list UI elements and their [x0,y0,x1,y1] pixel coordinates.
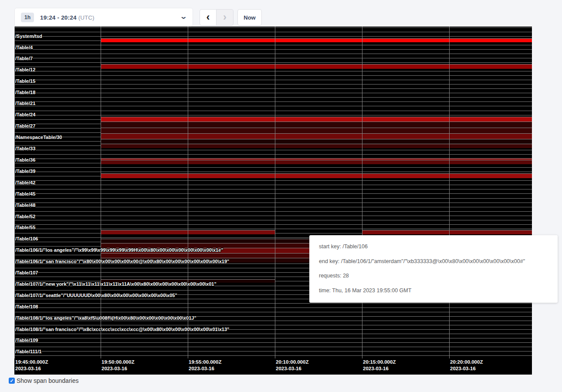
heatmap-canvas[interactable]: /System/tsd/Table/4/Table/7/Table/12/Tab… [14,27,532,375]
heat-band[interactable] [275,117,362,122]
heat-band[interactable] [101,128,188,133]
span-boundary-line [14,229,532,229]
tick-time: 19:55:00.000Z [189,359,221,365]
heat-band[interactable] [362,160,449,164]
heat-band[interactable] [362,230,449,234]
span-boundary-line [14,198,532,199]
heat-band[interactable] [449,64,532,69]
heat-band[interactable] [449,38,532,42]
heat-band[interactable] [188,117,275,122]
heat-band[interactable] [449,122,532,128]
tick-time: 20:15:00.000Z [363,359,396,365]
prev-range-button[interactable]: ‹ [200,9,217,26]
span-label: /Table/107 [15,270,38,275]
heat-band[interactable] [275,122,362,128]
span-boundary-line [14,325,532,325]
heat-band[interactable] [275,64,362,69]
span-boundary-line [14,347,532,347]
span-label: /Table/52 [15,214,35,219]
heat-band[interactable] [188,38,275,42]
span-boundary-line [14,58,532,58]
heat-band[interactable] [188,160,275,164]
heat-band[interactable] [362,117,449,122]
heat-band[interactable] [362,144,449,148]
heat-band[interactable] [362,139,449,144]
span-boundary-line [14,342,532,343]
tick-time: 20:20:00.000Z [450,359,483,365]
heat-band[interactable] [188,122,275,128]
heat-band[interactable] [275,144,362,148]
heat-band[interactable] [449,128,532,133]
tooltip-time: time: Thu, 16 Mar 2023 19:55:00 GMT [319,284,553,298]
heat-band[interactable] [101,253,188,258]
heat-band[interactable] [362,122,449,128]
heat-band[interactable] [188,239,275,243]
heat-band[interactable] [101,117,188,122]
heat-band[interactable] [101,139,188,144]
heat-band[interactable] [362,64,449,69]
span-boundary-line [14,220,532,220]
heat-band[interactable] [188,128,275,133]
heat-band[interactable] [275,128,362,133]
heat-band[interactable] [449,133,532,139]
heat-band[interactable] [101,38,188,42]
heat-band[interactable] [449,117,532,122]
chevron-left-icon: ‹ [207,12,210,22]
heat-band[interactable] [188,173,275,178]
heat-band[interactable] [275,173,362,178]
span-label: /Table/39 [15,169,35,174]
span-boundary-line [14,45,532,45]
heat-band[interactable] [362,133,449,139]
heat-band[interactable] [449,230,532,234]
x-axis-tick-label: 20:20:00.000Z2023-03-16 [450,359,483,372]
span-label: /Table/55 [15,225,35,230]
heat-band[interactable] [101,64,188,69]
span-label: /Table/24 [15,112,35,117]
heat-band[interactable] [362,128,449,133]
heat-band[interactable] [188,144,275,148]
heat-band[interactable] [275,139,362,144]
span-label: /Table/21 [15,101,35,106]
heat-band[interactable] [101,230,188,234]
time-range-dropdown[interactable]: 1h 19:24 - 20:24 (UTC) ⌄ [14,8,193,27]
span-boundary-line [14,189,532,189]
now-button[interactable]: Now [237,9,262,26]
span-label: /Table/33 [15,146,35,151]
heat-band[interactable] [101,144,188,148]
next-range-button[interactable]: › [217,9,234,26]
span-label: /Table/106/1/"los angeles"/"\x99\x99\x99… [15,247,223,253]
span-boundary-line [14,75,532,76]
heat-band[interactable] [362,38,449,42]
heat-band[interactable] [275,38,362,42]
heat-band[interactable] [101,239,188,243]
heat-band[interactable] [188,253,275,258]
heat-band[interactable] [188,230,275,234]
heat-band[interactable] [101,160,188,164]
show-span-boundaries-checkbox[interactable]: ✓ [9,378,15,384]
heat-band[interactable] [101,122,188,128]
span-tooltip: start key: /Table/106 end key: /Table/10… [309,235,558,303]
heat-band[interactable] [188,64,275,69]
heat-band[interactable] [101,133,188,139]
heat-band[interactable] [188,139,275,144]
footer-controls: ✓ Show span boundaries [9,377,78,384]
span-boundary-line [14,334,532,334]
show-span-boundaries-label: Show span boundaries [17,377,78,384]
span-label: /Table/108/1/"los angeles"/"\xa8\xf5\u00… [15,315,196,321]
heat-band[interactable] [362,173,449,178]
heat-band[interactable] [101,173,188,178]
heat-band[interactable] [449,144,532,148]
heat-band[interactable] [449,160,532,164]
heat-band[interactable] [275,133,362,139]
time-boundary-line [14,27,15,358]
x-axis-tick-label: 19:50:00.000Z2023-03-16 [102,359,134,372]
heat-band[interactable] [449,173,532,178]
heat-band[interactable] [449,139,532,144]
span-label: /NamespaceTable/30 [15,135,62,140]
heat-band[interactable] [275,160,362,164]
heat-band[interactable] [188,133,275,139]
x-axis-tick-label: 19:45:00.000Z2023-03-16 [15,359,48,372]
span-label: /Table/108/1/"san francisco"/"\x8c\xcc\x… [15,327,229,332]
tick-date: 2023-03-16 [363,365,396,372]
span-boundary-line [14,115,532,115]
